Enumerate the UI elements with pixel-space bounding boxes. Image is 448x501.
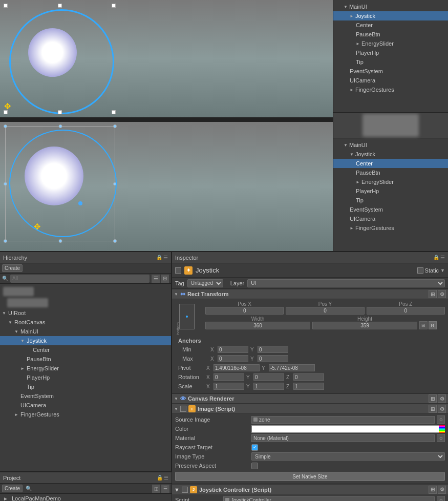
pivot-y-input[interactable]	[269, 364, 315, 371]
width-input[interactable]	[205, 322, 310, 329]
rect-transform-header-bar[interactable]: ▼ ⇔ Rect Transform ⊞ ⚙	[172, 289, 448, 299]
hier-rb-playerhp[interactable]: PlayerHp	[333, 186, 448, 196]
hier-item-center[interactable]: Center	[0, 345, 171, 354]
image-type-select[interactable]: Simple	[251, 452, 445, 461]
hier-item-tip[interactable]: Tip	[0, 382, 171, 391]
jc-script-pick-btn[interactable]: ⊙	[437, 496, 445, 501]
hierarchy-search-input[interactable]	[10, 275, 150, 283]
project-btn1[interactable]: ◫	[152, 485, 160, 493]
image-script-menu-btn[interactable]: ⚙	[438, 405, 446, 413]
hier-item-fingergestures[interactable]: ► FingerGestures	[0, 410, 171, 419]
hier-right-pausebtn[interactable]: PauseBtn	[333, 30, 448, 39]
hier-right-uicamera[interactable]: UICamera	[333, 76, 448, 85]
static-dropdown-icon[interactable]: ▼	[440, 268, 445, 273]
hier-collapse-btn[interactable]: ⊟	[161, 275, 169, 283]
hier-item-uiroot[interactable]: ▼ UIRoot	[0, 308, 171, 318]
scene-view-top[interactable]: ✥	[0, 0, 333, 118]
jc-script-value-container[interactable]: JoystickController	[223, 496, 435, 502]
hier-item-mainui[interactable]: ▼ MainUI	[0, 327, 171, 336]
sel-handle-bm[interactable]	[58, 239, 62, 243]
handle-br[interactable]	[112, 110, 116, 114]
source-image-pick-btn[interactable]: ⊙	[437, 415, 445, 424]
sel-handle-tr[interactable]	[113, 124, 117, 128]
pos-x-input[interactable]	[205, 307, 284, 315]
rotation-y-input[interactable]	[253, 373, 284, 381]
hier-rb-center[interactable]: Center	[333, 159, 448, 168]
scale-y-input[interactable]	[253, 383, 284, 390]
hier-item-playerhp[interactable]: PlayerHp	[0, 373, 171, 382]
scale-x-input[interactable]	[214, 383, 244, 390]
handle-bm[interactable]	[58, 110, 62, 114]
anchors-max-x-input[interactable]	[218, 355, 248, 362]
anchors-max-y-input[interactable]	[258, 355, 288, 362]
sel-handle-bl[interactable]	[4, 239, 7, 243]
inspector-lock-icon[interactable]: 🔒	[433, 255, 439, 260]
hier-right-mainui[interactable]: ▼ MainUI	[333, 2, 448, 11]
pos-y-input[interactable]	[286, 307, 364, 315]
hier-item-joystick[interactable]: ▼ Joystick	[0, 336, 171, 345]
hier-rb-uicamera[interactable]: UICamera	[333, 214, 448, 223]
hier-rb-mainui[interactable]: ▼ MainUI	[333, 140, 448, 150]
hier-right-fingergestures[interactable]: ► FingerGestures	[333, 85, 448, 94]
anchors-min-y-input[interactable]	[258, 346, 288, 353]
canvas-renderer-expand-btn[interactable]: ⊞	[429, 394, 437, 403]
project-folder-item[interactable]: ► LocalPacManDemo	[0, 494, 172, 501]
hier-item-uicamera[interactable]: UICamera	[0, 401, 171, 410]
rotation-z-input[interactable]	[293, 373, 324, 381]
reset-wh-btn[interactable]: R	[429, 321, 437, 329]
hier-rb-eventsystem[interactable]: EventSystem	[333, 205, 448, 214]
constrain-proportions-btn[interactable]: ⊞	[419, 321, 428, 329]
rect-menu-btn[interactable]: ⚙	[438, 290, 446, 298]
hier-item-rootcanvas[interactable]: ▼ RootCanvas	[0, 318, 171, 327]
preserve-aspect-checkbox[interactable]	[251, 463, 258, 469]
hier-rb-energyslider[interactable]: ► EnergySlider	[333, 177, 448, 186]
jc-enabled-checkbox[interactable]	[182, 487, 188, 493]
sel-handle-tl[interactable]	[4, 124, 7, 128]
static-checkbox[interactable]	[417, 267, 423, 274]
scene-view-bottom[interactable]: ✥	[0, 122, 333, 251]
hier-item-eventsystem[interactable]: EventSystem	[0, 391, 171, 401]
project-lock-icon[interactable]: 🔒	[157, 475, 163, 481]
height-input[interactable]	[312, 322, 417, 329]
joystick-controller-header[interactable]: ▼ J Joystick Controller (Script) ⊞ ⚙	[172, 484, 448, 494]
hier-rb-fingergestures[interactable]: ► FingerGestures	[333, 223, 448, 233]
anchors-min-x-input[interactable]	[218, 346, 248, 353]
canvas-renderer-header[interactable]: ▼ 👁 Canvas Renderer ⊞ ⚙	[172, 393, 448, 404]
hier-right-eventsystem[interactable]: EventSystem	[333, 67, 448, 76]
hier-expand-btn[interactable]: ☰	[152, 275, 160, 283]
handle-tr[interactable]	[112, 4, 116, 8]
canvas-renderer-menu-btn[interactable]: ⚙	[438, 394, 446, 403]
create-dropdown-btn[interactable]: Create	[2, 264, 23, 272]
object-active-checkbox[interactable]	[175, 267, 181, 274]
hier-right-center[interactable]: Center	[333, 20, 448, 30]
material-pick-btn[interactable]: ⊙	[437, 434, 445, 442]
hier-rb-tip[interactable]: Tip	[333, 196, 448, 205]
hier-item-pausebtn[interactable]: PauseBtn	[0, 354, 171, 364]
raycast-checkbox[interactable]: ✓	[251, 444, 258, 451]
set-native-size-btn[interactable]: Set Native Size	[175, 472, 445, 481]
tag-select[interactable]: Untagged	[187, 279, 223, 287]
layer-select[interactable]: UI	[247, 279, 445, 287]
sel-handle-tm[interactable]	[58, 124, 62, 128]
image-script-expand-btn[interactable]: ⊞	[429, 405, 437, 413]
pos-z-input[interactable]	[367, 307, 445, 315]
pivot-x-input[interactable]	[214, 364, 260, 371]
sel-handle-br[interactable]	[113, 239, 117, 243]
hier-right-tip[interactable]: Tip	[333, 57, 448, 67]
hier-item-energyslider[interactable]: ► EnergySlider	[0, 364, 171, 373]
hier-right-joystick[interactable]: ► Joystick	[333, 11, 448, 20]
jc-expand-btn[interactable]: ⊞	[429, 486, 437, 494]
hier-right-playerhp[interactable]: PlayerHp	[333, 48, 448, 57]
hierarchy-menu-icon[interactable]: ☰	[163, 255, 168, 260]
jc-menu-btn[interactable]: ⚙	[438, 486, 446, 494]
inspector-menu-icon[interactable]: ☰	[440, 255, 445, 260]
project-btn2[interactable]: ☰	[161, 485, 169, 493]
hier-rb-pausebtn[interactable]: PauseBtn	[333, 168, 448, 177]
sel-handle-ml[interactable]	[4, 182, 7, 185]
source-image-value-container[interactable]: zone	[251, 416, 435, 424]
handle-tl[interactable]	[4, 4, 8, 8]
project-menu-icon[interactable]: ☰	[164, 475, 168, 481]
color-swatch-container[interactable]	[251, 425, 445, 433]
hier-right-energyslider[interactable]: ► EnergySlider	[333, 39, 448, 48]
image-script-enabled-checkbox[interactable]	[180, 406, 186, 412]
